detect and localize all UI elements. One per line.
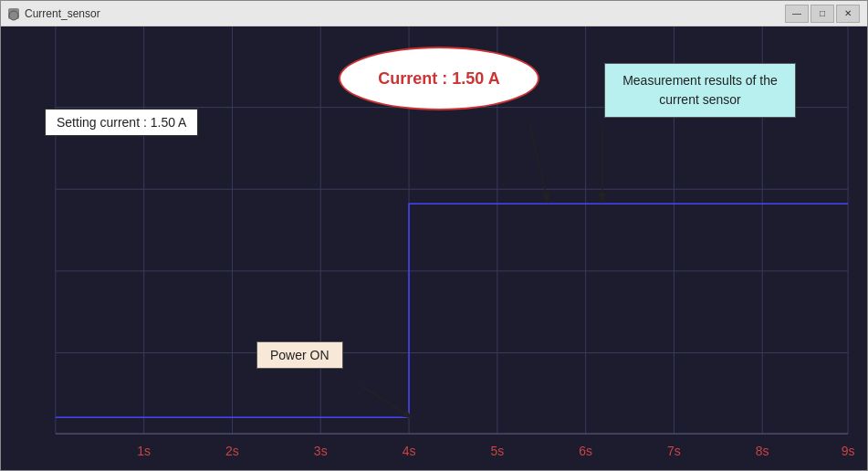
window-title: Current_sensor [25,7,100,20]
measurement-label-line1: Measurement results of the [622,73,778,88]
power-on-label: Power ON [270,348,329,362]
titlebar-buttons[interactable]: — □ ✕ [785,5,860,23]
svg-text:3s: 3s [314,444,328,458]
svg-text:8s: 8s [756,444,769,458]
current-value-label: Current : 1.50 A [378,69,499,89]
svg-text:1s: 1s [137,444,151,458]
minimize-button[interactable]: — [785,5,809,23]
measurement-results-box: Measurement results of the current senso… [604,63,796,118]
titlebar-left: Current_sensor [8,7,100,20]
svg-text:6s: 6s [579,444,592,458]
titlebar: Current_sensor — □ ✕ [1,1,867,26]
close-button[interactable]: ✕ [836,5,860,23]
chart-area: 1s 2s 3s 4s 5s 6s 7s 8s 9s [1,26,867,470]
svg-point-0 [9,11,18,20]
svg-text:4s: 4s [403,444,416,458]
setting-current-label: Setting current : 1.50 A [57,115,186,130]
setting-current-box: Setting current : 1.50 A [45,109,198,136]
svg-text:7s: 7s [667,444,681,458]
measurement-label-line2: current sensor [659,92,740,107]
svg-text:9s: 9s [842,444,855,458]
maximize-button[interactable]: □ [810,5,834,23]
window-icon [8,8,19,19]
main-window: Current_sensor — □ ✕ [0,0,868,471]
current-value-ellipse: Current : 1.50 A [339,47,539,110]
svg-text:2s: 2s [225,444,239,458]
svg-text:5s: 5s [490,444,504,458]
power-on-box: Power ON [256,341,343,369]
